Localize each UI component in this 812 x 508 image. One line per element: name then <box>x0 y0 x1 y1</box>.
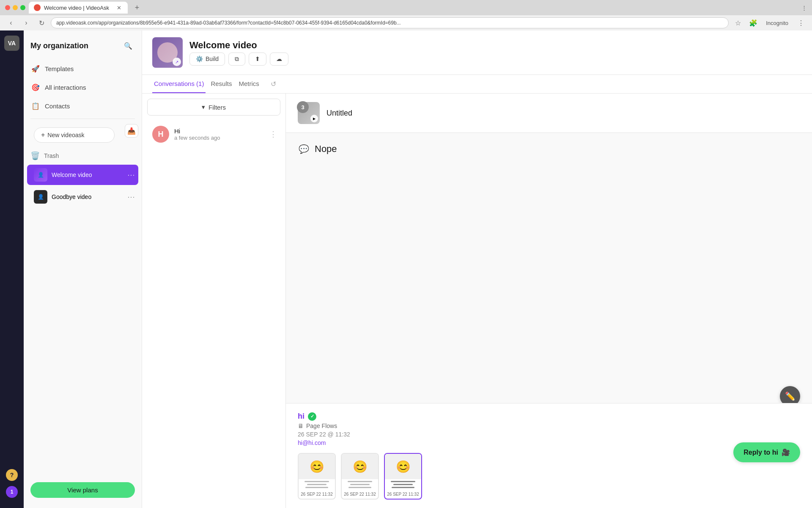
trash-icon: 🗑️ <box>30 151 40 160</box>
address-bar[interactable]: app.videoask.com/app/organizations/8b955… <box>51 17 729 28</box>
filter-label: Filters <box>208 104 226 111</box>
build-icon: ⚙️ <box>196 55 203 62</box>
thumb-image-3: 😊 <box>385 454 421 479</box>
new-videoask-button[interactable]: + New videoask <box>34 127 115 143</box>
back-button[interactable]: ‹ <box>5 17 17 29</box>
conv-avatar: H <box>152 126 169 143</box>
tab-title: Welcome video | VideoAsk <box>44 5 109 11</box>
app: VA ? 1 My organization 🔍 🚀 Templates 🎯 A… <box>0 30 812 508</box>
thumb-date-3: 26 SEP 22 11:32 <box>385 490 421 499</box>
duplicate-icon: ⧉ <box>235 55 239 63</box>
browser-tab[interactable]: Welcome video | VideoAsk ✕ <box>29 2 128 14</box>
export-icon: ⬆ <box>255 55 260 62</box>
templates-label: Templates <box>45 65 74 72</box>
chrome-menu[interactable]: ⋮ <box>795 17 807 29</box>
source-icon: 🖥 <box>298 422 304 429</box>
trash-label: Trash <box>44 152 59 159</box>
videoask-item-goodbye-video[interactable]: 👤 Goodbye video ⋯ <box>27 187 138 207</box>
traffic-light-minimize[interactable] <box>13 5 18 10</box>
build-label: Build <box>206 55 219 62</box>
traffic-light-fullscreen[interactable] <box>20 5 25 10</box>
org-name[interactable]: My organization <box>30 41 88 50</box>
templates-icon: 🚀 <box>30 64 41 74</box>
app-logo: VA <box>4 36 19 51</box>
sidebar-header: My organization 🔍 <box>24 36 142 59</box>
sidebar-item-templates[interactable]: 🚀 Templates <box>24 59 142 78</box>
view-plans-button[interactable]: View plans <box>30 482 135 498</box>
traffic-light-close[interactable] <box>5 5 10 10</box>
step-play-icon: ▶ <box>310 115 318 122</box>
help-button[interactable]: ? <box>6 469 18 481</box>
thumbnail-link-icon: ↗ <box>173 58 181 66</box>
bookmark-button[interactable]: ☆ <box>732 17 744 29</box>
step-title: Untitled <box>326 109 352 118</box>
emoji-face-2: 😊 <box>353 460 368 474</box>
emoji-face-1: 😊 <box>310 460 324 474</box>
thumb-card-1[interactable]: 😊 26 SEP 22 11:32 <box>298 453 336 500</box>
url-text: app.videoask.com/app/organizations/8b955… <box>56 20 401 26</box>
tab-favicon <box>34 4 41 11</box>
extensions-button[interactable]: 🧩 <box>747 17 759 29</box>
notifications-button[interactable]: 1 <box>6 486 18 498</box>
filter-icon: ▾ <box>202 103 205 111</box>
videoask-more-goodbye[interactable]: ⋯ <box>127 192 135 202</box>
upload-button[interactable]: ☁ <box>270 52 288 66</box>
tab-results[interactable]: Results <box>209 75 233 93</box>
conversation-item[interactable]: H Hi a few seconds ago ⋮ <box>147 121 280 148</box>
forward-button[interactable]: › <box>20 17 32 29</box>
reload-button[interactable]: ↻ <box>36 17 47 29</box>
videoask-item-welcome-video[interactable]: 👤 Welcome video ⋯ <box>27 165 138 185</box>
tab-results-label: Results <box>211 80 232 87</box>
reply-icon: 🎥 <box>782 448 790 456</box>
sidebar-dark: VA ? 1 <box>0 30 24 508</box>
build-button[interactable]: ⚙️ Build <box>189 52 225 66</box>
tab-metrics[interactable]: Metrics <box>237 75 261 93</box>
step-badge: 3 <box>297 101 309 113</box>
duplicate-button[interactable]: ⧉ <box>228 52 245 66</box>
new-videoask-row: + New videoask 📥 <box>24 122 142 148</box>
thumb-image-1: 😊 <box>299 454 335 479</box>
browser-chrome: Welcome video | VideoAsk ✕ + ⋮ ‹ › ↻ app… <box>0 0 812 30</box>
refresh-icon: ↺ <box>271 80 276 88</box>
upload-icon: ☁ <box>276 55 282 62</box>
response-chat-icon: 💬 <box>298 143 310 155</box>
thumb-image-2: 😊 <box>342 454 378 479</box>
videoask-thumbnail-welcome: 👤 <box>34 168 47 182</box>
tab-close-button[interactable]: ✕ <box>116 4 123 11</box>
refresh-button[interactable]: ↺ <box>268 78 280 90</box>
source-label: Page Flows <box>306 422 337 429</box>
search-button[interactable]: 🔍 <box>121 39 135 52</box>
respondent-email[interactable]: hi@hi.com <box>298 439 800 446</box>
conversations-list: ▾ Filters H Hi a few seconds ago ⋮ <box>142 94 286 508</box>
videoask-more-welcome[interactable]: ⋯ <box>127 170 135 179</box>
plus-icon: + <box>41 131 45 139</box>
sidebar-item-all-interactions[interactable]: 🎯 All interactions <box>24 78 142 97</box>
conv-more-button[interactable]: ⋮ <box>269 130 277 139</box>
thumb-card-3[interactable]: 😊 26 SEP 22 11:32 <box>384 453 422 500</box>
reply-button[interactable]: Reply to hi 🎥 <box>733 442 800 462</box>
incognito-label: Incognito <box>763 20 792 26</box>
thumb-date-2: 26 SEP 22 11:32 <box>342 490 378 499</box>
tabs-bar: Conversations (1) Results Metrics ↺ <box>142 75 812 94</box>
tab-conversations[interactable]: Conversations (1) <box>152 75 206 93</box>
export-button[interactable]: ⬆ <box>249 52 266 66</box>
tab-metrics-label: Metrics <box>239 80 259 87</box>
import-button[interactable]: 📥 <box>125 124 138 138</box>
thumb-date-1: 26 SEP 22 11:32 <box>299 490 335 499</box>
sidebar-item-contacts[interactable]: 📋 Contacts <box>24 97 142 115</box>
trash-item[interactable]: 🗑️ Trash <box>24 148 142 164</box>
conv-name: Hi <box>174 127 275 135</box>
thumbnail-strip: 😊 26 SEP 22 11:32 😊 <box>298 453 800 500</box>
respondent-name-text: hi <box>298 412 304 421</box>
browser-menu[interactable]: ⋮ <box>801 5 807 11</box>
nav-divider <box>30 119 135 119</box>
filter-button[interactable]: ▾ Filters <box>147 99 280 116</box>
tab-conversations-label: Conversations (1) <box>154 80 204 87</box>
video-info: Welcome video ⚙️ Build ⧉ ⬆ ☁ <box>189 40 288 66</box>
thumb-card-2[interactable]: 😊 26 SEP 22 11:32 <box>341 453 379 500</box>
step-thumbnail-container: 3 ▶ <box>298 102 320 124</box>
videoask-thumbnail-goodbye: 👤 <box>34 190 47 204</box>
all-interactions-label: All interactions <box>45 84 86 91</box>
new-tab-button[interactable]: + <box>131 2 143 14</box>
new-videoask-label: New videoask <box>47 132 84 138</box>
